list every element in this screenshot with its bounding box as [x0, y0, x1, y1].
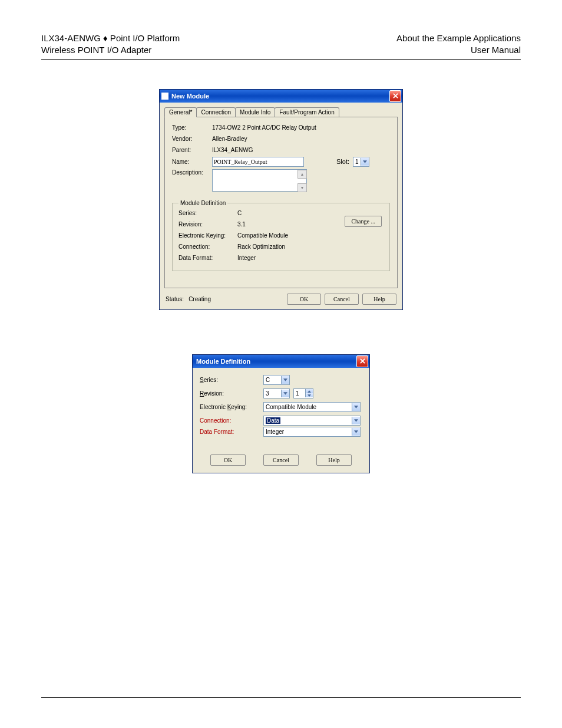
chevron-down-icon: [352, 428, 360, 436]
chevron-down-icon: [352, 417, 360, 424]
help-button[interactable]: Help: [362, 294, 396, 305]
close-icon[interactable]: [389, 90, 401, 102]
titlebar[interactable]: Module Definition: [193, 355, 369, 368]
header-doc-type: User Manual: [396, 44, 521, 56]
tab-strip: General* Connection Module Info Fault/Pr…: [160, 103, 402, 117]
revision-label: Revision:: [200, 390, 263, 397]
series-dropdown[interactable]: C: [263, 375, 290, 385]
slot-dropdown[interactable]: 1: [353, 157, 369, 167]
revision-value: 3.1: [237, 221, 246, 228]
dataformat-label: Data Format:: [178, 255, 237, 261]
module-definition-legend: Module Definition: [178, 200, 227, 206]
tab-fault-program[interactable]: Fault/Program Action: [275, 107, 339, 117]
step-up-icon[interactable]: [305, 389, 313, 393]
slot-label: Slot:: [336, 158, 349, 165]
dataformat-value: Integer: [237, 255, 256, 261]
close-icon[interactable]: [356, 355, 368, 367]
tab-module-info[interactable]: Module Info: [235, 107, 275, 117]
header-section: About the Example Applications: [396, 32, 521, 44]
ek-label: Electronic Keying:: [200, 404, 263, 410]
dataformat-value: Integer: [266, 429, 284, 435]
chevron-down-icon: [361, 158, 369, 166]
series-label: Series:: [200, 377, 263, 383]
chevron-down-icon: [352, 403, 360, 411]
vendor-value: Allen-Bradley: [212, 136, 247, 142]
window-icon: [161, 93, 168, 100]
tab-general[interactable]: General*: [164, 107, 197, 117]
titlebar[interactable]: New Module: [160, 90, 402, 103]
divider: [41, 697, 521, 698]
revision-minor-value: 1: [294, 390, 305, 397]
connection-label: Connection:: [178, 243, 237, 250]
status-label: Status:: [166, 296, 184, 302]
description-field[interactable]: [212, 169, 307, 192]
tab-connection[interactable]: Connection: [196, 107, 236, 117]
ek-value: Compatible Module: [237, 232, 288, 239]
type-label: Type:: [172, 124, 212, 131]
series-label: Series:: [178, 210, 237, 216]
module-definition-group: Module Definition Change ... Series:C Re…: [172, 200, 390, 271]
cancel-button[interactable]: Cancel: [263, 454, 299, 466]
chevron-down-icon: [281, 376, 289, 384]
name-label: Name:: [172, 159, 212, 165]
header-product-code: ILX34-AENWG: [41, 33, 101, 43]
window-title: Module Definition: [194, 358, 356, 365]
type-value: 1734-OW2 2 Point AC/DC Relay Output: [212, 124, 316, 131]
diamond-icon: ♦: [101, 33, 108, 43]
dataformat-label: Data Format:: [200, 429, 263, 435]
ok-button[interactable]: OK: [287, 294, 321, 305]
ok-button[interactable]: OK: [210, 454, 246, 466]
ek-dropdown[interactable]: Compatible Module: [263, 402, 361, 412]
header-product: ILX34-AENWG ♦ Point I/O Platform: [41, 32, 180, 44]
revision-major-dropdown[interactable]: 3: [263, 388, 290, 398]
connection-dropdown[interactable]: Data: [263, 416, 361, 426]
connection-value: Rack Optimization: [237, 243, 285, 250]
ek-value: Compatible Module: [266, 404, 316, 410]
series-value: C: [266, 377, 270, 383]
description-label: Description:: [172, 169, 212, 176]
header-product-sub: Wireless POINT I/O Adapter: [41, 44, 180, 56]
change-button[interactable]: Change ...: [345, 216, 382, 227]
name-field[interactable]: [212, 157, 304, 167]
parent-value: ILX34_AENWG: [212, 147, 253, 153]
scroll-up-icon[interactable]: ▲: [297, 170, 307, 179]
scroll-down-icon[interactable]: ▼: [297, 183, 307, 192]
slot-value: 1: [355, 159, 359, 165]
revision-label: Revision:: [178, 221, 237, 228]
header-product-desc: Point I/O Platform: [108, 33, 180, 43]
status-value: Creating: [189, 296, 211, 302]
tab-panel-general: Type: 1734-OW2 2 Point AC/DC Relay Outpu…: [164, 117, 398, 288]
connection-label: Connection:: [200, 417, 263, 424]
vendor-label: Vendor:: [172, 136, 212, 142]
revision-minor-stepper[interactable]: 1: [293, 388, 313, 398]
step-down-icon[interactable]: [305, 393, 313, 397]
connection-value: Data: [266, 417, 280, 424]
cancel-button[interactable]: Cancel: [325, 294, 359, 305]
ek-label: Electronic Keying:: [178, 232, 237, 239]
parent-label: Parent:: [172, 147, 212, 153]
help-button[interactable]: Help: [316, 454, 352, 466]
series-value: C: [237, 210, 242, 216]
divider: [41, 59, 521, 60]
new-module-dialog: New Module General* Connection Module In…: [159, 89, 403, 310]
chevron-down-icon: [281, 390, 289, 397]
revision-major-value: 3: [266, 390, 269, 397]
window-title: New Module: [171, 93, 389, 100]
module-definition-dialog: Module Definition Series: C Revision: 3: [192, 354, 370, 473]
dataformat-dropdown[interactable]: Integer: [263, 427, 361, 437]
